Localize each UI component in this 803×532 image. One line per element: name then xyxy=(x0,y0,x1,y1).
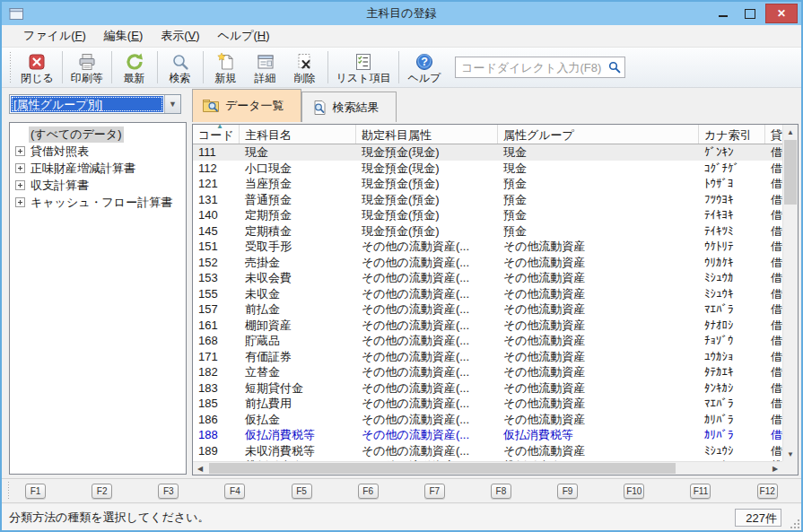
cell-code: 188 xyxy=(193,427,240,443)
table-row[interactable]: 183短期貸付金その他の流動資産(...その他流動資産ﾀﾝｷｶｼ借 xyxy=(193,380,782,397)
cell-attr: その他の流動資産(... xyxy=(356,427,498,443)
function-key-f7[interactable]: F7 xyxy=(424,484,445,499)
cell-attr: 現金預金(預金) xyxy=(356,192,498,208)
cell-group: 現金 xyxy=(498,161,699,177)
vertical-scroll-thumb[interactable] xyxy=(784,140,797,205)
function-key-f9[interactable]: F9 xyxy=(557,484,578,499)
cell-code: 131 xyxy=(193,192,240,208)
tree-expand-plus-icon[interactable] xyxy=(15,180,25,190)
cell-kana: ﾀﾃｶｴｷ xyxy=(699,364,765,380)
new-document-icon xyxy=(216,52,236,72)
table-row[interactable]: 155未収金その他の流動資産(...その他流動資産ﾐｼｭｳｷ借 xyxy=(193,286,782,302)
table-row[interactable]: 151受取手形その他の流動資産(...その他流動資産ｳｹﾄﾘﾃ借 xyxy=(193,239,782,255)
table-row[interactable]: 189未収消費税等その他の流動資産(...その他流動資産ﾐｼｭｳｼ借 xyxy=(193,443,782,459)
table-row[interactable]: 121当座預金現金預金(預金)預金ﾄｳｻﾞﾖ借 xyxy=(193,176,782,192)
tree-expand-plus-icon[interactable] xyxy=(15,146,25,156)
input-search-icon[interactable] xyxy=(608,61,621,74)
tree-item-label: キャッシュ・フロー計算書 xyxy=(29,195,174,211)
tree-item[interactable]: (すべてのデータ) xyxy=(10,126,186,143)
delete-icon xyxy=(295,52,315,72)
function-key-f1[interactable]: F1 xyxy=(25,484,46,499)
toolbar-button-printer[interactable]: 印刷等 xyxy=(65,49,109,85)
scroll-right-icon[interactable]: ▶ xyxy=(768,462,782,475)
function-key-f12[interactable]: F12 xyxy=(757,484,778,499)
tree-item[interactable]: キャッシュ・フロー計算書 xyxy=(10,194,186,211)
tab-search-results[interactable]: 検索結果 xyxy=(301,92,397,122)
function-key-f4[interactable]: F4 xyxy=(224,484,245,499)
toolbar-button-help[interactable]: ?ヘルプ xyxy=(402,49,446,85)
table-row[interactable]: 171有価証券その他の流動資産(...その他流動資産ﾕｳｶｼｮ借 xyxy=(193,349,782,365)
chevron-down-icon[interactable]: ▼ xyxy=(164,95,180,113)
cell-side: 借 xyxy=(765,443,782,459)
table-row[interactable]: 131普通預金現金預金(預金)預金ﾌﾂｳﾖｷ借 xyxy=(193,192,782,208)
column-header-2[interactable]: 勘定科目属性 xyxy=(356,125,498,144)
toolbar-grip[interactable] xyxy=(8,52,13,83)
scroll-left-icon[interactable]: ◀ xyxy=(193,462,207,475)
cell-side: 借 xyxy=(765,427,782,443)
cell-name: 受取手形 xyxy=(240,239,356,255)
table-row[interactable]: 112小口現金現金預金(現金)現金ｺｸﾞﾁｹﾞ借 xyxy=(193,161,782,177)
horizontal-scroll-thumb[interactable] xyxy=(209,463,676,474)
scroll-down-icon[interactable]: ▼ xyxy=(783,447,798,461)
fkeybar-grip[interactable] xyxy=(6,482,11,500)
cell-group: 預金 xyxy=(498,176,699,192)
table-row[interactable]: 145定期積金現金預金(預金)預金ﾃｲｷﾂﾐ借 xyxy=(193,223,782,240)
function-key-f6[interactable]: F6 xyxy=(358,484,379,499)
toolbar-button-delete[interactable]: 削除 xyxy=(285,49,325,85)
cell-code: 182 xyxy=(193,364,240,380)
tree-item[interactable]: 貸借対照表 xyxy=(10,143,186,160)
table-row[interactable]: 140定期預金現金預金(預金)預金ﾃｲｷﾖｷ借 xyxy=(193,207,782,223)
cell-kana: ｳﾘｶｹｷ xyxy=(699,255,765,271)
toolbar-button-detail-window[interactable]: 詳細 xyxy=(246,49,285,85)
tree-item[interactable]: 正味財産増減計算書 xyxy=(10,160,186,177)
tab-label: 検索結果 xyxy=(333,100,380,116)
function-key-f5[interactable]: F5 xyxy=(292,484,312,499)
minimize-button[interactable] xyxy=(711,4,735,22)
function-key-f11[interactable]: F11 xyxy=(690,484,711,499)
table-row[interactable]: 153未収会費その他の流動資産(...その他流動資産ﾐｼｭｳｶ借 xyxy=(193,270,782,286)
table-row[interactable]: 185前払費用その他の流動資産(...その他流動資産ﾏｴﾊﾞﾗ借 xyxy=(193,396,782,412)
table-row[interactable]: 168貯蔵品その他の流動資産(...その他流動資産ﾁｮｿﾞｳ借 xyxy=(193,333,782,349)
tree-expand-plus-icon[interactable] xyxy=(15,197,25,207)
function-key-f10[interactable]: F10 xyxy=(624,484,644,499)
scroll-up-icon[interactable]: ▲ xyxy=(783,125,798,139)
table-row[interactable]: 157前払金その他の流動資産(...その他流動資産ﾏｴﾊﾞﾗ借 xyxy=(193,301,782,318)
horizontal-scrollbar[interactable]: ◀ ▶ xyxy=(193,461,782,475)
table-row[interactable]: 152売掛金その他の流動資産(...その他流動資産ｳﾘｶｹｷ借 xyxy=(193,255,782,271)
tree-expand-plus-icon[interactable] xyxy=(15,163,25,173)
resize-grip[interactable] xyxy=(789,518,799,528)
function-key-f3[interactable]: F3 xyxy=(158,484,179,499)
vertical-scrollbar[interactable]: ▲ ▼ xyxy=(782,125,798,461)
code-direct-input[interactable] xyxy=(461,61,608,74)
cell-code: 145 xyxy=(193,223,240,240)
table-row[interactable]: 161棚卸資産その他の流動資産(...その他流動資産ﾀﾅｵﾛｼ借 xyxy=(193,318,782,334)
toolbar-button-close-window[interactable]: 閉じる xyxy=(15,49,59,85)
function-key-f8[interactable]: F8 xyxy=(491,484,511,499)
toolbar-button-refresh[interactable]: 最新 xyxy=(115,49,154,85)
maximize-button[interactable] xyxy=(738,4,762,22)
toolbar-button-label: ヘルプ xyxy=(407,72,441,84)
menu-item-e[interactable]: 編集(E) xyxy=(95,25,152,47)
close-button[interactable] xyxy=(765,4,798,23)
menu-item-f[interactable]: ファイル(F) xyxy=(14,25,95,47)
function-key-f2[interactable]: F2 xyxy=(92,484,112,499)
cell-kana: ｺｸﾞﾁｹﾞ xyxy=(699,161,765,177)
column-header-3[interactable]: 属性グループ xyxy=(498,125,699,144)
table-row[interactable]: 188仮払消費税等その他の流動資産(...仮払消費税等ｶﾘﾊﾞﾗ借 xyxy=(193,427,782,443)
tree-item[interactable]: 収支計算書 xyxy=(10,177,186,194)
menu-item-v[interactable]: 表示(V) xyxy=(152,25,208,47)
table-row[interactable]: 186仮払金その他の流動資産(...その他流動資産ｶﾘﾊﾞﾗ借 xyxy=(193,412,782,428)
tab-data-list[interactable]: データ一覧 xyxy=(192,89,301,122)
column-header-0[interactable]: コード▲ xyxy=(193,125,240,144)
menu-item-h[interactable]: ヘルプ(H) xyxy=(209,25,279,47)
classification-combobox[interactable]: [属性グループ別] ▼ xyxy=(9,94,181,114)
column-header-4[interactable]: カナ索引 xyxy=(699,125,765,144)
toolbar-button-search[interactable]: 検索 xyxy=(161,49,200,85)
toolbar-button-new-document[interactable]: 新規 xyxy=(206,49,246,85)
toolbar-separator xyxy=(111,51,112,83)
toolbar-button-list-items[interactable]: リスト項目 xyxy=(331,49,397,85)
column-header-1[interactable]: 主科目名 xyxy=(240,125,356,144)
column-header-5[interactable]: 貸 xyxy=(765,125,784,144)
table-row[interactable]: 182立替金その他の流動資産(...その他流動資産ﾀﾃｶｴｷ借 xyxy=(193,364,782,380)
table-row[interactable]: 111現金現金預金(現金)現金ｹﾞﾝｷﾝ借 xyxy=(193,144,782,161)
